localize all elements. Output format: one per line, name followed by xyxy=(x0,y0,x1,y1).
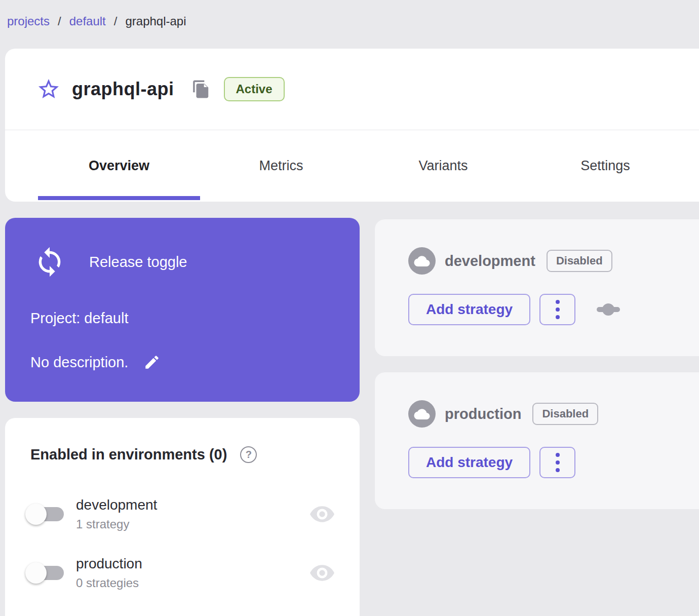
toggle-type-card: Release toggle Project: default No descr… xyxy=(5,218,360,402)
environment-row-name: production xyxy=(76,556,142,572)
tabs: Overview Metrics Variants Settings xyxy=(5,130,699,201)
environment-actions: Add strategy xyxy=(408,294,620,325)
environment-actions: Add strategy xyxy=(408,447,575,478)
star-outline-icon[interactable] xyxy=(36,77,61,101)
enabled-environments-header: Enabled in environments (0) ? xyxy=(30,446,257,463)
kebab-menu-icon[interactable] xyxy=(539,294,575,325)
environment-name: development xyxy=(445,253,535,270)
environment-name: production xyxy=(445,406,521,422)
status-badge: Active xyxy=(224,77,285,101)
environment-row-strategies: 1 strategy xyxy=(76,517,157,531)
feature-title-row: graphql-api Active xyxy=(5,49,699,130)
page-title: graphql-api xyxy=(72,79,174,100)
enabled-environments-title: Enabled in environments (0) xyxy=(30,446,227,463)
breadcrumb-projects-link[interactable]: projects xyxy=(7,14,50,28)
environment-row-name: development xyxy=(76,497,157,513)
tab-settings[interactable]: Settings xyxy=(524,130,686,201)
environment-status-chip: Disabled xyxy=(532,403,598,425)
tab-metrics[interactable]: Metrics xyxy=(200,130,362,201)
project-label: Project: default xyxy=(30,310,128,327)
environment-row-labels: development 1 strategy xyxy=(76,497,157,531)
environment-row-strategies: 0 strategies xyxy=(76,576,142,590)
toggle-type-label: Release toggle xyxy=(89,254,187,271)
feature-header-card: graphql-api Active Overview Metrics Vari… xyxy=(5,49,699,202)
add-strategy-button[interactable]: Add strategy xyxy=(408,294,530,325)
add-strategy-button[interactable]: Add strategy xyxy=(408,447,530,478)
breadcrumb: projects / default / graphql-api xyxy=(7,14,186,28)
environment-toggle-row-production: production 0 strategies xyxy=(5,552,360,594)
environment-avatar xyxy=(408,400,436,428)
environment-header: production Disabled xyxy=(408,400,598,428)
slider-icon xyxy=(597,303,620,316)
toggle-type-row: Release toggle xyxy=(33,244,187,280)
environment-header: development Disabled xyxy=(408,247,612,275)
tab-variants[interactable]: Variants xyxy=(362,130,524,201)
question-mark-circle-icon[interactable]: ? xyxy=(240,446,257,463)
eye-icon[interactable] xyxy=(310,565,334,581)
cloud-icon xyxy=(414,408,430,419)
description-row: No description. xyxy=(30,354,161,371)
copy-icon[interactable] xyxy=(191,80,211,99)
cloud-icon xyxy=(414,255,430,266)
breadcrumb-default-link[interactable]: default xyxy=(69,14,106,28)
active-tab-indicator xyxy=(38,196,200,200)
environment-toggle-row-development: development 1 strategy xyxy=(5,493,360,535)
environment-toggle-switch[interactable] xyxy=(25,561,69,585)
environment-toggle-switch[interactable] xyxy=(25,503,69,526)
breadcrumb-separator: / xyxy=(58,14,61,28)
loop-arrows-icon xyxy=(33,244,66,280)
environment-row-labels: production 0 strategies xyxy=(76,556,142,590)
breadcrumb-current: graphql-api xyxy=(125,14,186,28)
pencil-icon[interactable] xyxy=(143,354,161,371)
breadcrumb-separator: / xyxy=(114,14,118,28)
description-label: No description. xyxy=(30,354,128,371)
environment-card-development: development Disabled Add strategy xyxy=(375,219,699,356)
environment-status-chip: Disabled xyxy=(547,250,612,272)
eye-icon[interactable] xyxy=(310,506,334,522)
kebab-menu-icon[interactable] xyxy=(539,447,575,478)
enabled-environments-card: Enabled in environments (0) ? developmen… xyxy=(5,418,360,616)
environment-avatar xyxy=(408,247,436,275)
environment-card-production: production Disabled Add strategy xyxy=(375,372,699,509)
tab-overview[interactable]: Overview xyxy=(38,130,200,201)
